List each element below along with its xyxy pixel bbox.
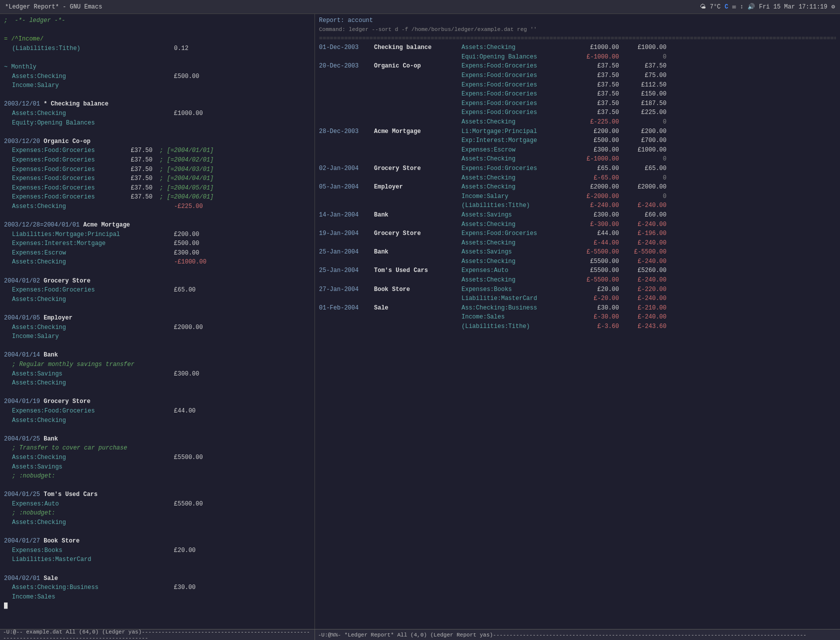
report-row: Equi:Opening Balances£-1000.000 — [319, 52, 836, 62]
report-row: 14-Jan-2004BankAssets:Savings£300.00£60.… — [319, 210, 836, 220]
report-row: 05-Jan-2004EmployerAssets:Checking£2000.… — [319, 182, 836, 192]
left-line: Expenses:Books £20.00 — [4, 546, 310, 556]
left-line: Expenses:Food:Groceries £44.00 — [4, 406, 310, 416]
left-line — [4, 304, 310, 314]
left-line: Liabilities:MasterCard — [4, 555, 310, 564]
left-line: Expenses:Food:Groceries £37.50 ; [=2004/… — [4, 192, 310, 202]
left-line: Assets:Checking £2000.00 — [4, 323, 310, 332]
left-line: ; Regular monthly savings transfer — [4, 360, 310, 370]
left-line: Assets:Checking — [4, 416, 310, 426]
left-line: Expenses:Escrow £300.00 — [4, 248, 310, 258]
left-line: Assets:Checking:Business £30.00 — [4, 583, 310, 592]
left-line — [4, 128, 310, 137]
left-line: Expenses:Food:Groceries £37.50 ; [=2004/… — [4, 174, 310, 184]
statusbar-left-text: -U:@-- example.dat All (64,0) (Ledger ya… — [3, 629, 312, 640]
clock: Fri 15 Mar 17:11:19 — [759, 4, 828, 10]
left-line: ~ Monthly — [4, 62, 310, 72]
left-line: ; :nobudget: — [4, 508, 310, 518]
left-line: 2003/12/28=2004/01/01 Acme Mortgage — [4, 220, 310, 230]
left-line: Expenses:Interest:Mortgage £500.00 — [4, 239, 310, 248]
settings-icon[interactable]: ⚙ — [832, 3, 835, 10]
report-row: (Liabilities:Tithe)£-3.60£-243.60 — [319, 322, 836, 332]
report-row: 02-Jan-2004Grocery StoreExpens:Food:Groc… — [319, 164, 836, 174]
left-line: Assets:Checking — [4, 378, 310, 388]
report-row: 28-Dec-2003Acme MortgageLi:Mortgage:Prin… — [319, 127, 836, 136]
left-line: Expenses:Food:Groceries £37.50 ; [=2004/… — [4, 146, 310, 156]
report-row: Income:Sales£-30.00£-240.00 — [319, 312, 836, 322]
left-line: Assets:Checking -£225.00 — [4, 202, 310, 212]
left-line — [4, 481, 310, 490]
left-line: Equity:Opening Balances — [4, 118, 310, 128]
left-line — [4, 53, 310, 62]
statusbar-right-text: -U:@%%- *Ledger Report* All (4,0) (Ledge… — [318, 632, 806, 638]
titlebar-right: 🌤 7°C C ✉ ↕ 🔊 Fri 15 Mar 17:11:19 ⚙ — [700, 3, 835, 10]
left-line: Expenses:Auto £5500.00 — [4, 500, 310, 509]
left-content: ; -*- ledger -*- = /^Income/(Liabilities… — [4, 16, 310, 611]
report-row: Expenses:Escrow£300.00£1000.00 — [319, 146, 836, 155]
left-line: Liabilities:Mortgage:Principal £200.00 — [4, 230, 310, 240]
left-line: Income:Salary — [4, 81, 310, 90]
left-line: Assets:Checking -£1000.00 — [4, 258, 310, 267]
mail-icon[interactable]: ✉ — [732, 3, 736, 10]
left-line: Assets:Savings — [4, 462, 310, 472]
left-line — [4, 26, 310, 35]
left-line: 2004/02/01 Sale — [4, 574, 310, 584]
report-row: Assets:Checking£-225.000 — [319, 118, 836, 127]
left-line: █ — [4, 602, 310, 611]
report-row: 20-Dec-2003Organic Co-opExpens:Food:Groc… — [319, 62, 836, 71]
report-row: Assets:Checking£-5500.00£-240.00 — [319, 276, 836, 285]
left-line: Income:Sales — [4, 592, 310, 602]
left-line: Assets:Checking £1000.00 — [4, 109, 310, 118]
volume-icon[interactable]: 🔊 — [748, 3, 755, 10]
report-row: Expens:Food:Groceries£37.50£112.50 — [319, 80, 836, 90]
left-line: Expenses:Food:Groceries £37.50 ; [=2004/… — [4, 156, 310, 165]
temperature: 7°C — [710, 4, 721, 10]
left-line: Expenses:Food:Groceries £65.00 — [4, 286, 310, 295]
report-row: Assets:Checking£-65.000 — [319, 174, 836, 183]
left-line: ; :nobudget: — [4, 472, 310, 481]
weather-icon: 🌤 — [700, 3, 706, 10]
left-line: Assets:Checking £500.00 — [4, 72, 310, 82]
left-line — [4, 564, 310, 574]
right-pane[interactable]: Report: accountCommand: ledger --sort d … — [315, 14, 840, 629]
left-line: Assets:Checking £5500.00 — [4, 453, 310, 462]
left-line: ; -*- ledger -*- — [4, 16, 310, 26]
titlebar: *Ledger Report* - GNU Emacs 🌤 7°C C ✉ ↕ … — [0, 0, 840, 14]
left-line: ; Transfer to cover car purchase — [4, 444, 310, 453]
left-line — [4, 425, 310, 434]
report-row: Assets:Checking£-300.00£-240.00 — [319, 220, 836, 230]
report-row: 19-Jan-2004Grocery StoreExpens:Food:Groc… — [319, 229, 836, 238]
report-row: 01-Feb-2004SaleAss:Checking:Business£30.… — [319, 304, 836, 313]
left-line: 2003/12/20 Organic Co-op — [4, 137, 310, 146]
right-content: Report: accountCommand: ledger --sort d … — [319, 16, 836, 332]
report-row: 25-Jan-2004BankAssets:Savings£-5500.00£-… — [319, 248, 836, 257]
report-row: 01-Dec-2003Checking balanceAssets:Checki… — [319, 43, 836, 52]
left-line — [4, 90, 310, 100]
left-line: 2004/01/02 Grocery Store — [4, 276, 310, 286]
left-line: 2004/01/05 Employer — [4, 314, 310, 323]
left-line: Income:Salary — [4, 332, 310, 342]
report-row: Expens:Food:Groceries£37.50£187.50 — [319, 99, 836, 108]
report-row: Assets:Checking£-1000.000 — [319, 154, 836, 164]
left-line: 2004/01/27 Book Store — [4, 536, 310, 546]
report-row: 25-Jan-2004Tom's Used CarsExpenses:Auto£… — [319, 266, 836, 276]
report-header: Report: account — [319, 16, 836, 26]
report-row: Assets:Checking£-44.00£-240.00 — [319, 238, 836, 248]
left-line: 2003/12/01 * Checking balance — [4, 100, 310, 109]
statusbar-right: -U:@%%- *Ledger Report* All (4,0) (Ledge… — [315, 630, 810, 640]
report-separator: ========================================… — [319, 34, 836, 44]
left-line: (Liabilities:Tithe) 0.12 — [4, 44, 310, 54]
left-line: Assets:Savings £300.00 — [4, 370, 310, 379]
statusbar-left: -U:@-- example.dat All (64,0) (Ledger ya… — [0, 630, 315, 640]
left-line: 2004/01/19 Grocery Store — [4, 397, 310, 406]
window-title: *Ledger Report* - GNU Emacs — [5, 4, 102, 10]
network-icon[interactable]: ↕ — [740, 4, 744, 10]
left-line: Assets:Checking — [4, 295, 310, 304]
statusbar: -U:@-- example.dat All (64,0) (Ledger ya… — [0, 629, 840, 640]
report-row: Exp:Interest:Mortgage£500.00£700.00 — [319, 136, 836, 146]
main-area: ; -*- ledger -*- = /^Income/(Liabilities… — [0, 14, 840, 629]
left-pane[interactable]: ; -*- ledger -*- = /^Income/(Liabilities… — [0, 14, 315, 629]
refresh-icon[interactable]: C — [724, 4, 728, 10]
report-row: Expens:Food:Groceries£37.50£225.00 — [319, 108, 836, 118]
left-line — [4, 342, 310, 351]
